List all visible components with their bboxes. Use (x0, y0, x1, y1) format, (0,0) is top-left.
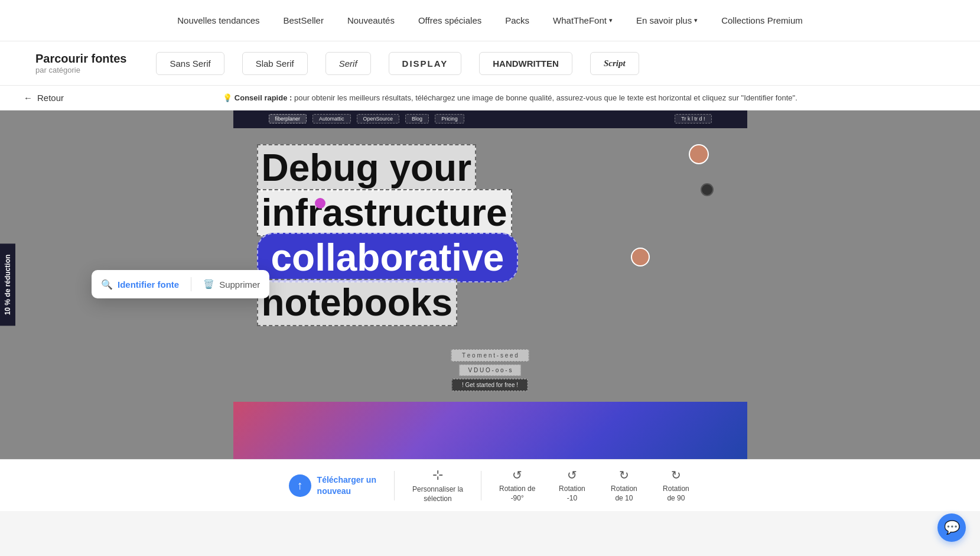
rotation-90-button[interactable]: ↻ Rotation de 90 (652, 463, 699, 508)
retour-label: Retour (37, 93, 64, 103)
rotation-90-icon: ↻ (671, 468, 681, 482)
nav-offres-speciales[interactable]: Offres spéciales (418, 15, 481, 25)
rotation-neg90-label: Rotation de -90° (499, 485, 535, 503)
rotation-10-icon: ↻ (619, 468, 629, 482)
text-notebooks: notebooks (257, 279, 458, 326)
avatar-handle-1 (689, 144, 709, 164)
frame-nav-pill-5: Pricing (435, 114, 464, 123)
small-text-2: V D U O - o o - s (460, 365, 521, 376)
cat-script[interactable]: Script (590, 52, 639, 75)
identifier-fonte-label: Identifier fonte (118, 279, 179, 290)
browse-fonts-title: Parcourir fontes (35, 52, 126, 66)
frame-nav-pill-3: OpenSource (357, 114, 400, 123)
retour-button[interactable]: ← Retour (24, 93, 64, 103)
en-savoir-plus-dropdown-arrow: ▾ (694, 17, 698, 24)
rotation-10-button[interactable]: ↻ Rotation de 10 (600, 463, 647, 508)
identifier-fonte-button[interactable]: 🔍 Identifier fonte (101, 279, 179, 290)
conseil-text: pour obtenir les meilleurs résultats, té… (294, 93, 797, 102)
upload-label: Télécharger un nouveau (317, 474, 376, 496)
text-debug-your: Debug your (257, 144, 477, 191)
conseil-bar: 💡 Conseil rapide : pour obtenir les meil… (64, 93, 956, 102)
top-nav: Nouvelles tendances BestSeller Nouveauté… (0, 0, 980, 41)
supprimer-button[interactable]: 🗑️ Supprimer (203, 279, 260, 290)
rotation-neg10-button[interactable]: ↺ Rotation -10 (548, 463, 595, 508)
rotation-90-label: Rotation de 90 (663, 485, 689, 503)
rotation-neg10-icon: ↺ (567, 468, 577, 482)
main-text-block: Debug your infrastructure collaborative … (257, 146, 519, 324)
cat-handwritten[interactable]: HANDWRITTEN (479, 52, 572, 75)
rotation-10-label: Rotation de 10 (611, 485, 637, 503)
conseil-prefix: Conseil rapide : (235, 93, 292, 102)
supprimer-label: Supprimer (219, 279, 260, 290)
gradient-area (233, 402, 747, 459)
rotation-neg90-button[interactable]: ↺ Rotation de -90° (491, 463, 543, 508)
frame-nav-pill-6: Tr k l tr d ! (675, 114, 711, 123)
nav-nouveautes[interactable]: Nouveautés (347, 15, 395, 25)
chat-bubble[interactable]: 💬 (937, 513, 966, 542)
context-divider (191, 277, 191, 291)
reduction-badge[interactable]: 10 % de réduction (0, 244, 15, 326)
chat-icon: 💬 (944, 520, 960, 535)
upload-icon: ↑ (289, 474, 311, 497)
back-arrow-icon: ← (24, 93, 32, 103)
cat-slab-serif[interactable]: Slab Serif (242, 52, 308, 75)
search-icon: 🔍 (101, 279, 113, 290)
whatthefont-dropdown-arrow: ▾ (609, 17, 613, 24)
nav-en-savoir-plus[interactable]: En savoir plus ▾ (636, 15, 698, 25)
text-collaborative: collaborative (257, 233, 519, 282)
upload-button[interactable]: ↑ Télécharger un nouveau (281, 470, 385, 502)
toolbar-divider-1 (394, 471, 395, 500)
cat-display[interactable]: DISPLAY (389, 52, 462, 75)
category-label: Parcourir fontes par catégorie (35, 52, 126, 74)
selection-icon: ⊹ (432, 467, 443, 483)
selection-button[interactable]: ⊹ Personnaliser la sélection (404, 463, 471, 508)
trash-icon: 🗑️ (203, 279, 214, 290)
bottom-toolbar: ↑ Télécharger un nouveau ⊹ Personnaliser… (0, 459, 980, 511)
image-frame: fiberplaner Automattic OpenSource Blog P… (233, 110, 747, 459)
text-infrastructure: infrastructure (257, 189, 512, 236)
frame-nav-pill-4: Blog (405, 114, 429, 123)
nav-nouvelles-tendances[interactable]: Nouvelles tendances (177, 15, 259, 25)
small-text-1: T e o m e n t - s e e d (451, 349, 529, 362)
browse-fonts-subtitle: par catégorie (35, 66, 126, 74)
cat-sans-serif[interactable]: Sans Serif (156, 52, 224, 75)
nav-whatthefont[interactable]: WhatTheFont ▾ (553, 15, 613, 25)
rotation-neg10-label: Rotation -10 (559, 485, 585, 503)
category-bar: Parcourir fontes par catégorie Sans Seri… (0, 41, 980, 86)
main-canvas: 10 % de réduction fiberplaner Automattic… (0, 110, 980, 459)
rotation-neg90-icon: ↺ (512, 468, 522, 482)
small-cta: ! Get started for free ! (452, 379, 528, 391)
selection-handle-purple[interactable] (315, 198, 325, 209)
retour-bar: ← Retour 💡 Conseil rapide : pour obtenir… (0, 86, 980, 110)
selection-label: Personnaliser la sélection (412, 485, 463, 503)
avatar-handle-2 (631, 248, 650, 266)
frame-nav-pill-1: fiberplaner (269, 114, 307, 123)
selection-handle-dark-right[interactable] (701, 183, 714, 196)
nav-packs[interactable]: Packs (505, 15, 529, 25)
conseil-icon: 💡 (223, 93, 232, 102)
toolbar-divider-2 (481, 471, 481, 500)
context-menu: 🔍 Identifier fonte 🗑️ Supprimer (92, 270, 269, 298)
cat-serif[interactable]: Serif (325, 52, 371, 75)
nav-collections-premium[interactable]: Collections Premium (721, 15, 803, 25)
frame-nav-pill-2: Automattic (312, 114, 351, 123)
nav-bestseller[interactable]: BestSeller (284, 15, 324, 25)
